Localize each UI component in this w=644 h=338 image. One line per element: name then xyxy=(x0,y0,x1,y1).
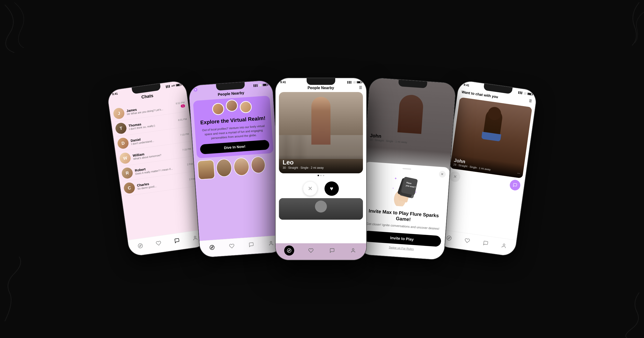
chat-meta-william: 7:15 PM xyxy=(182,147,191,151)
svg-line-28 xyxy=(529,100,532,100)
svg-line-29 xyxy=(529,101,532,101)
status-time-5: 9:41 xyxy=(463,83,469,87)
battery-2 xyxy=(262,83,268,86)
avatar-james: J xyxy=(112,107,125,119)
profile-card-leo: Leo 30 · Straight · Single · 2 mi away xyxy=(279,92,363,173)
dive-in-button[interactable]: Dive In Now! xyxy=(200,140,270,154)
chat-meta-james: 8:52 PM 1 xyxy=(176,101,185,108)
three-dots-john[interactable]: ··· xyxy=(517,171,520,175)
status-time-3: 9:41 xyxy=(280,81,286,84)
nav-compass-3[interactable] xyxy=(284,246,294,256)
filter-icon-5[interactable] xyxy=(527,98,532,104)
nav-chat-5[interactable] xyxy=(481,238,490,248)
nav-person-2[interactable] xyxy=(266,239,275,248)
profile-photo-john: John 29 · Straight · Single · 1 mi away … xyxy=(450,97,532,179)
modal-sheet: ✕ xyxy=(358,161,450,260)
battery-3 xyxy=(357,81,362,83)
avatar-thomas: T xyxy=(115,122,127,135)
nav-chat-2[interactable] xyxy=(247,240,256,249)
svg-text:✦: ✦ xyxy=(394,177,397,181)
chat-badge-james: 1 xyxy=(181,104,185,108)
nav-heart-2[interactable] xyxy=(227,241,236,251)
status-icons-3: ▌▌▌ ⬜ xyxy=(348,81,361,83)
nav-heart-1[interactable] xyxy=(154,238,164,248)
dot-3 xyxy=(323,175,324,176)
like-button[interactable]: ♥ xyxy=(324,182,339,196)
avatar-daniel: D xyxy=(117,137,129,149)
nav-heart-3[interactable] xyxy=(306,246,315,255)
avatar-row xyxy=(197,100,267,116)
nav-heart-5[interactable] xyxy=(462,236,472,246)
phones-container: 9:41 ▌▌▌ wifi Chats J James Hi! What are… xyxy=(113,78,531,260)
bottom-nav-5 xyxy=(436,229,516,257)
chat-button-5[interactable] xyxy=(509,179,521,191)
svg-point-12 xyxy=(287,248,291,252)
chat-info-daniel: Daniel I don't understand... xyxy=(130,132,181,145)
svg-point-2 xyxy=(194,236,196,238)
svg-point-3 xyxy=(210,245,214,250)
action-buttons-3: ✕ ♥ xyxy=(276,178,366,198)
status-icons-1: ▌▌▌ wifi xyxy=(166,83,181,88)
small-avatar-2 xyxy=(225,99,238,112)
illustration-svg: Have you ever? ✦ ✦ ✦ xyxy=(388,172,423,208)
avatar-robert: R xyxy=(121,167,134,179)
profile-name-leo: Leo xyxy=(283,159,359,166)
svg-text:✦: ✦ xyxy=(392,187,394,189)
signal-icon-2: ▌▌▌ xyxy=(254,84,258,87)
wifi-icon-5: ⬜ xyxy=(524,92,526,95)
dismiss-button-5[interactable]: ✕ xyxy=(449,171,461,183)
virtual-realm-card: Explore the Virtual Realm! Out of local … xyxy=(193,96,274,158)
filter-btn-3[interactable] xyxy=(358,85,362,91)
bottom-nav-3 xyxy=(276,243,366,260)
signal-icon-3: ▌▌▌ xyxy=(348,81,352,83)
small-avatar-1 xyxy=(212,103,224,115)
chat-info-william: William What's about tomorrow? xyxy=(132,147,183,160)
avatar-william: W xyxy=(119,152,131,164)
grid-avatar-3 xyxy=(233,157,250,176)
svg-line-30 xyxy=(529,102,532,102)
nav-chat-3[interactable] xyxy=(328,246,336,255)
nav-compass-1[interactable] xyxy=(135,241,145,251)
chat-info-thomas: Thomas I don't think so, really:) xyxy=(128,117,178,130)
svg-text:✦: ✦ xyxy=(414,191,416,194)
nav-compass-5[interactable] xyxy=(444,233,454,243)
chat-meta-charles: 2 Feb xyxy=(189,177,196,181)
svg-point-0 xyxy=(138,243,143,248)
status-time-1: 9:41 xyxy=(112,92,118,96)
nav-compass-2[interactable] xyxy=(207,243,216,252)
dot-1 xyxy=(318,175,319,176)
nav-person-1[interactable] xyxy=(190,233,200,243)
modal-overlay: ✕ xyxy=(358,78,456,260)
chat-time-daniel: 7:15 PM xyxy=(180,132,189,136)
grid-avatar-2 xyxy=(216,158,232,177)
profile-overlay-leo: Leo 30 · Straight · Single · 2 mi away xyxy=(279,155,363,173)
location-icon-2 xyxy=(193,88,197,92)
nav-person-5[interactable] xyxy=(499,241,509,251)
avatar-charles: C xyxy=(123,182,136,194)
grid-avatar-1 xyxy=(197,160,215,180)
chat-list: J James Hi! What are you doing? Let's...… xyxy=(109,96,200,197)
small-avatar-3 xyxy=(239,101,252,113)
grid-avatar-4 xyxy=(250,156,266,174)
phone-2: 9:41 ▌▌▌ ⬜ People Nearby Explore the Vir… xyxy=(188,80,284,258)
chat-meta-daniel: 7:15 PM xyxy=(180,132,189,137)
dot-2 xyxy=(320,175,322,176)
chat-info-james: James Hi! What are you doing? Let's... xyxy=(126,102,176,116)
svg-point-14 xyxy=(352,248,354,250)
battery-5 xyxy=(527,92,532,96)
signal-icon-1: ▌▌▌ xyxy=(166,85,170,88)
chat-time-william: 7:15 PM xyxy=(182,147,191,151)
svg-point-5 xyxy=(270,241,272,243)
chat-time-charles: 2 Feb xyxy=(189,177,196,181)
second-profile-preview xyxy=(279,198,363,220)
dislike-button[interactable]: ✕ xyxy=(303,182,317,196)
nav-person-3[interactable] xyxy=(349,246,358,255)
phone-3: 9:41 ▌▌▌ ⬜ People Nearby xyxy=(276,78,366,260)
modal-close-button[interactable]: ✕ xyxy=(438,171,446,178)
invite-to-play-button[interactable]: Invite to Play xyxy=(362,230,441,247)
chat-meta-thomas: 8:01 PM xyxy=(178,118,187,122)
modal-handle xyxy=(402,168,411,170)
nav-chat-1[interactable] xyxy=(172,236,182,246)
phone-4: John 29 · Straight · Single · 1 mi away … xyxy=(358,78,456,260)
screen-header-3: People Nearby xyxy=(276,85,366,92)
